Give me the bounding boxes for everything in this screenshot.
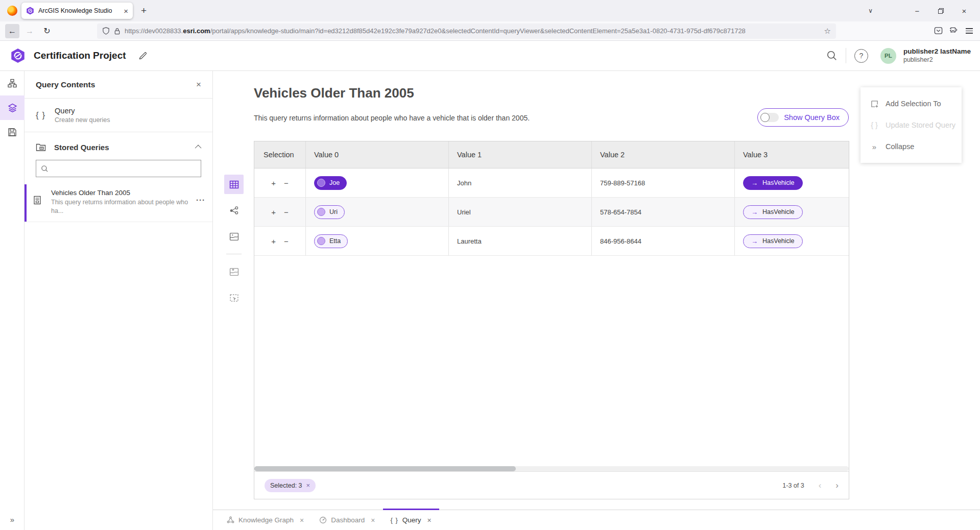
tab-close-icon[interactable]: × [371,516,375,524]
entity-pill[interactable]: Joe [314,176,347,190]
stored-queries-search[interactable] [36,160,201,177]
search-input[interactable] [52,165,196,173]
user-avatar[interactable]: PL [880,48,896,64]
table-footer: Selected: 3 × 1-3 of 3 ‹ › [254,471,849,499]
value2-cell: 846-956-8644 [592,227,735,255]
clear-selection-icon[interactable]: × [306,481,310,489]
tab-label: Knowledge Graph [238,516,294,524]
tab-close-icon[interactable]: × [300,516,304,524]
new-query-item[interactable]: { } Query Create new queries [25,99,212,132]
collapse-icon: » [870,142,879,151]
search-icon[interactable] [826,50,838,61]
scrollbar-thumb[interactable] [254,466,516,471]
chevron-up-icon[interactable] [195,144,202,151]
restore-button[interactable] [929,2,952,19]
knowledge-graph-icon [227,516,234,524]
tab-knowledge-graph[interactable]: Knowledge Graph × [219,510,312,530]
selected-count-chip[interactable]: Selected: 3 × [265,479,316,492]
lock-icon[interactable] [114,28,121,35]
entity-pill[interactable]: Uri [314,205,345,219]
selection-cell: + − [254,198,306,226]
arrow-right-icon: → [751,179,758,187]
remove-selection-button[interactable]: − [284,208,289,216]
arrow-right-icon: → [751,237,758,245]
url-text[interactable]: https://dev0028833.esri.com/portal/apps/… [125,27,820,35]
expand-rail-icon[interactable]: » [0,515,25,524]
menu-item-collapse[interactable]: » Collapse [861,136,962,157]
restore-icon [938,8,944,14]
view-toolbar [224,175,244,314]
pocket-save-icon[interactable] [934,27,943,35]
extensions-puzzle-icon[interactable] [950,27,959,35]
relationship-pill[interactable]: →HasVehicle [743,176,803,190]
header-divider [846,48,846,63]
tab-close-icon[interactable]: × [124,7,128,15]
new-tab-button[interactable]: + [141,5,147,16]
tab-close-icon[interactable]: × [427,516,432,524]
back-button[interactable]: ← [5,24,19,38]
toggle-track[interactable] [760,113,779,122]
results-table: Selection Value 0 Value 1 Value 2 Value … [254,141,849,499]
firefox-logo-icon[interactable] [7,6,17,16]
expand-selection-button[interactable]: + [271,208,276,216]
show-query-box-label: Show Query Box [784,113,840,122]
minimize-button[interactable]: − [905,2,929,19]
menu-item-add-selection-to[interactable]: Add Selection To [861,93,962,114]
stored-query-item[interactable]: Vehicles Older Than 2005 This query retu… [25,184,212,222]
browser-nav-bar: ← → ↻ https://dev0028833.esri.com/portal… [0,21,980,41]
previous-page-icon[interactable]: ‹ [819,481,822,490]
horizontal-scrollbar[interactable] [254,466,849,471]
app-header-right: ? PL publisher2 lastName publisher2 [826,47,971,64]
user-info[interactable]: publisher2 lastName publisher2 [903,47,971,64]
show-query-box-toggle[interactable]: Show Query Box [757,108,849,127]
next-page-icon[interactable]: › [835,481,839,490]
new-map-icon[interactable] [224,262,244,281]
query-item-subtitle: Create new queries [55,116,110,124]
list-all-tabs-icon[interactable]: ∨ [868,7,873,14]
item-options-icon[interactable]: ··· [196,196,205,204]
edit-pencil-icon[interactable] [138,51,148,60]
expand-selection-button[interactable]: + [271,237,276,246]
column-header: Value 1 [449,141,592,168]
project-title: Certification Project [34,50,126,61]
save-icon[interactable] [0,120,25,144]
remove-selection-button[interactable]: − [284,237,289,246]
dashboard-gauge-icon [319,516,327,524]
arcgis-favicon [26,7,34,15]
help-icon[interactable]: ? [854,49,868,63]
remove-selection-button[interactable]: − [284,179,289,187]
shield-icon[interactable] [102,27,110,35]
reload-button[interactable]: ↻ [40,24,54,38]
value1-cell: John [449,168,592,197]
expand-selection-button[interactable]: + [271,179,276,187]
tab-label: Query [402,516,421,524]
forward-button[interactable]: → [22,24,37,38]
url-bar[interactable]: https://dev0028833.esri.com/portal/apps/… [97,23,836,39]
link-chart-icon[interactable] [224,201,244,220]
select-area-icon[interactable] [224,288,244,307]
panel-header: Query Contents × [25,71,212,99]
page: ArcGIS Knowledge Studio × + ∨ − × ← → ↻ … [0,0,980,530]
bookmark-star-icon[interactable]: ☆ [824,27,831,36]
map-view-icon[interactable] [224,227,244,246]
panel-title: Query Contents [36,80,196,89]
panel-close-icon[interactable]: × [196,80,201,90]
tab-dashboard[interactable]: Dashboard × [312,510,383,530]
stored-query-icon [33,196,42,205]
table-view-icon[interactable] [224,175,244,194]
user-name: publisher2 lastName [903,47,971,56]
relationship-pill[interactable]: →HasVehicle [743,234,803,248]
stored-queries-header[interactable]: Stored Queries [25,132,212,159]
sitemap-icon[interactable] [0,71,25,95]
layers-icon[interactable] [0,95,25,120]
relationship-cell: →HasVehicle [735,168,849,197]
browser-tab[interactable]: ArcGIS Knowledge Studio × [21,3,133,19]
window-close-button[interactable]: × [952,2,976,19]
relationship-cell: →HasVehicle [735,198,849,226]
knowledge-studio-logo [10,48,26,63]
menu-hamburger-icon[interactable] [966,28,973,34]
relationship-pill[interactable]: →HasVehicle [743,205,803,219]
entity-pill[interactable]: Etta [314,234,348,248]
column-header: Value 2 [592,141,735,168]
tab-query[interactable]: { } Query × [383,510,439,530]
